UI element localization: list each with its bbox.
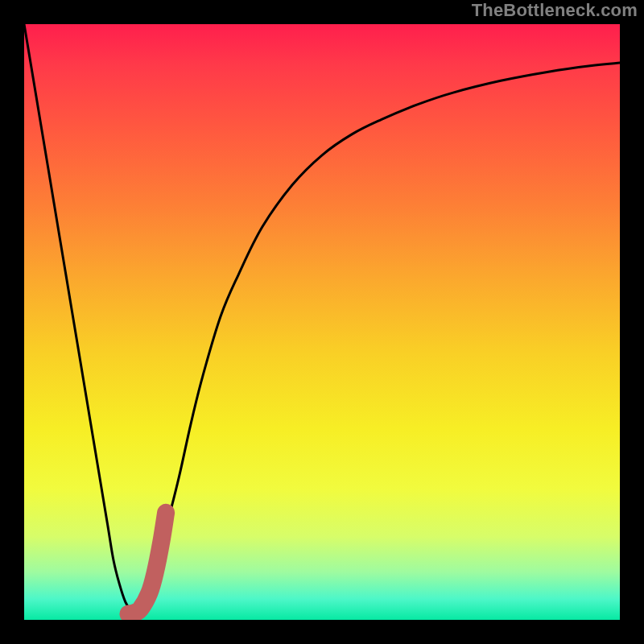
gradient-background xyxy=(24,24,620,620)
plot-area xyxy=(24,24,620,620)
watermark-text: TheBottleneck.com xyxy=(472,0,638,21)
plot-svg xyxy=(24,24,620,620)
chart-frame: TheBottleneck.com xyxy=(0,0,644,644)
